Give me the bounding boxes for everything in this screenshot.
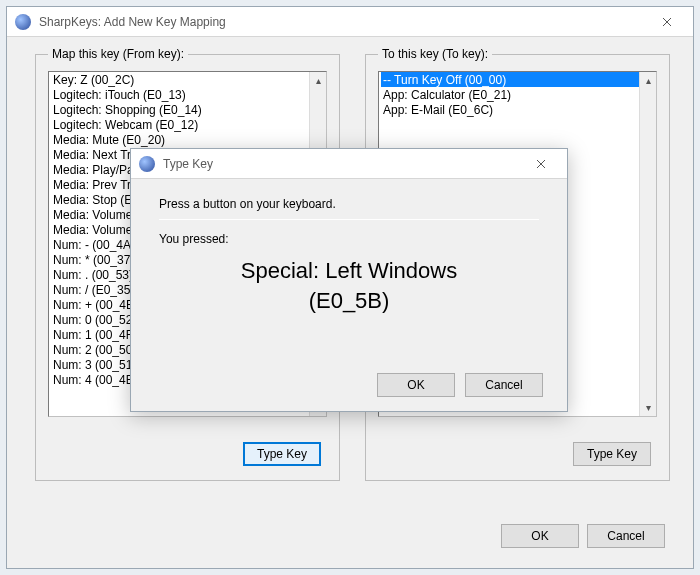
cancel-button[interactable]: Cancel [587, 524, 665, 548]
main-titlebar[interactable]: SharpKeys: Add New Key Mapping [7, 7, 693, 37]
pressed-label: You pressed: [159, 232, 539, 246]
modal-title: Type Key [163, 157, 213, 171]
modal-buttons: OK Cancel [377, 373, 543, 397]
modal-instruction: Press a button on your keyboard. [159, 197, 539, 211]
to-type-key-button[interactable]: Type Key [573, 442, 651, 466]
list-item[interactable]: Logitech: iTouch (E0_13) [51, 87, 309, 102]
scroll-up-icon[interactable]: ▴ [640, 72, 657, 89]
divider [159, 219, 539, 220]
close-icon[interactable] [644, 7, 689, 37]
footer-buttons: OK Cancel [501, 524, 665, 548]
main-title: SharpKeys: Add New Key Mapping [39, 15, 226, 29]
type-key-dialog: Type Key Press a button on your keyboard… [130, 148, 568, 412]
pressed-key-display: Special: Left Windows (E0_5B) [159, 256, 539, 316]
pressed-line2: (E0_5B) [159, 286, 539, 316]
from-type-key-button[interactable]: Type Key [243, 442, 321, 466]
scroll-up-icon[interactable]: ▴ [310, 72, 327, 89]
list-item[interactable]: Logitech: Shopping (E0_14) [51, 102, 309, 117]
ok-button[interactable]: OK [501, 524, 579, 548]
scroll-down-icon[interactable]: ▾ [640, 399, 657, 416]
app-icon [139, 156, 155, 172]
list-item[interactable]: App: Calculator (E0_21) [381, 87, 639, 102]
app-icon [15, 14, 31, 30]
list-item[interactable]: App: E-Mail (E0_6C) [381, 102, 639, 117]
close-icon[interactable] [518, 149, 563, 179]
to-group-label: To this key (To key): [378, 47, 492, 61]
modal-cancel-button[interactable]: Cancel [465, 373, 543, 397]
modal-titlebar[interactable]: Type Key [131, 149, 567, 179]
scrollbar[interactable]: ▴ ▾ [639, 72, 656, 416]
list-item[interactable]: Logitech: Webcam (E0_12) [51, 117, 309, 132]
list-item[interactable]: -- Turn Key Off (00_00) [381, 72, 639, 87]
modal-body: Press a button on your keyboard. You pre… [131, 179, 567, 411]
pressed-line1: Special: Left Windows [159, 256, 539, 286]
list-item[interactable]: Key: Z (00_2C) [51, 72, 309, 87]
from-group-label: Map this key (From key): [48, 47, 188, 61]
list-item[interactable]: Media: Mute (E0_20) [51, 132, 309, 147]
modal-ok-button[interactable]: OK [377, 373, 455, 397]
